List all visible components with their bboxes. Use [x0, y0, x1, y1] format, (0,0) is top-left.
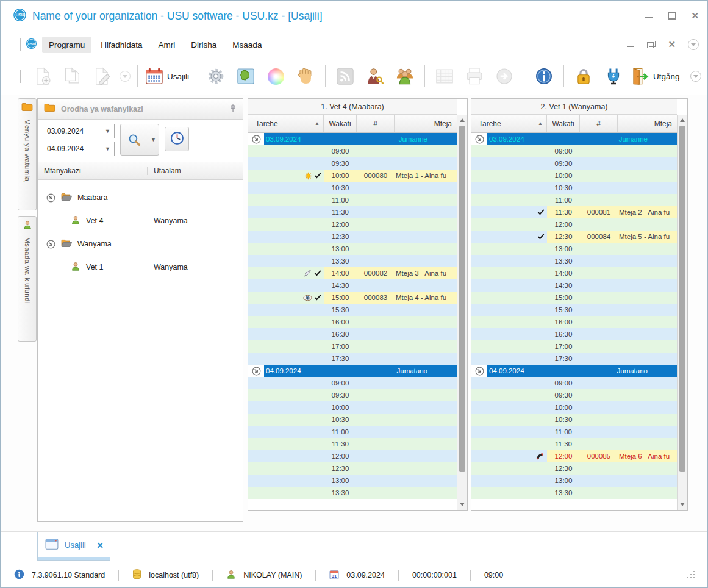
slot-row[interactable]: 09:30	[471, 389, 677, 401]
slot-row[interactable]: 09:30	[248, 389, 457, 401]
slot-row[interactable]: 10:00	[248, 401, 457, 414]
column-header-number[interactable]: #	[580, 115, 618, 132]
slot-row[interactable]: 13:30	[248, 487, 457, 499]
slot-row[interactable]: 15:00	[471, 292, 677, 304]
tree-member-row[interactable]: Vet 1Wanyama	[38, 256, 243, 279]
slot-row[interactable]: 11:30	[471, 438, 677, 450]
column-header-wakati[interactable]: Wakati	[547, 115, 580, 132]
scroll-down-icon[interactable]	[680, 503, 685, 506]
usajili-button[interactable]: Usajili	[145, 62, 189, 90]
feed-button[interactable]	[332, 62, 358, 90]
slot-row[interactable]: 13:30	[471, 255, 677, 267]
tab-close-icon[interactable]: ✕	[96, 540, 104, 550]
map-button[interactable]	[233, 62, 259, 90]
tree-member-row[interactable]: Vet 4Wanyama	[38, 209, 243, 232]
slot-row[interactable]: 12:00	[248, 218, 457, 231]
slot-row[interactable]: 17:30	[248, 353, 457, 365]
date-to-input[interactable]: 04.09.2024▼	[43, 142, 115, 156]
tree-group-row[interactable]: Wanyama	[38, 232, 243, 256]
slot-row[interactable]: 10:30	[248, 182, 457, 194]
slot-row[interactable]: 11:30	[248, 206, 457, 218]
expand-icon[interactable]	[475, 367, 484, 376]
slot-row[interactable]: 11:00	[471, 426, 677, 438]
column-header-number[interactable]: #	[357, 115, 395, 132]
slot-row[interactable]: 13:00	[248, 475, 457, 487]
resize-grip[interactable]	[687, 570, 695, 581]
date-row[interactable]: 04.09.2024Jumatano	[248, 365, 457, 377]
clock-button[interactable]	[165, 127, 189, 151]
slot-row[interactable]: 14:30	[471, 279, 677, 292]
slot-row[interactable]: 15:00000083Mteja 4 - Aina fu	[248, 292, 457, 304]
minimize-button[interactable]	[645, 12, 653, 20]
appointment[interactable]: 10:00000080Mteja 1 - Aina fu	[324, 170, 457, 182]
slot-row[interactable]: 10:00000080Mteja 1 - Aina fu	[248, 170, 457, 182]
menu-hifadhidata[interactable]: Hifadhidata	[94, 37, 149, 53]
slot-row[interactable]: 12:30000084Mteja 5 - Aina fu	[471, 231, 677, 243]
slot-row[interactable]: 10:30	[248, 414, 457, 426]
go-button[interactable]	[492, 62, 517, 90]
slot-row[interactable]: 10:00	[471, 170, 677, 182]
copy-record-button[interactable]	[60, 62, 85, 90]
expand-icon[interactable]	[252, 367, 261, 376]
column-header-wakati[interactable]: Wakati	[324, 115, 357, 132]
colors-button[interactable]	[263, 62, 288, 90]
slot-row[interactable]: 16:00	[248, 316, 457, 328]
slot-row[interactable]: 15:30	[248, 304, 457, 316]
slot-row[interactable]: 12:30	[248, 231, 457, 243]
maximize-button[interactable]	[668, 12, 676, 20]
date-row[interactable]: 04.09.2024Jumatano	[471, 365, 677, 377]
slot-row[interactable]: 13:00	[471, 243, 677, 255]
appointment[interactable]: 15:00000083Mteja 4 - Aina fu	[324, 292, 457, 304]
slot-row[interactable]: 09:00	[248, 377, 457, 389]
user-permissions-button[interactable]	[362, 62, 388, 90]
slot-row[interactable]: 12:00000085Mteja 6 - Aina fu	[471, 450, 677, 462]
scrollbar-thumb[interactable]	[679, 126, 685, 472]
scroll-up-icon[interactable]	[680, 118, 685, 122]
slot-row[interactable]: 13:00	[471, 475, 677, 487]
slot-row[interactable]: 17:00	[471, 340, 677, 353]
slot-row[interactable]: 11:00	[248, 426, 457, 438]
expand-icon[interactable]	[252, 135, 261, 144]
edit-record-button[interactable]	[90, 62, 115, 90]
child-close-button[interactable]: ✕	[668, 41, 676, 48]
slot-row[interactable]: 09:30	[248, 157, 457, 170]
table-view-button[interactable]	[432, 62, 457, 90]
hand-button[interactable]	[293, 62, 318, 90]
menu-programu[interactable]: Programu	[42, 37, 91, 53]
slot-row[interactable]: 12:30	[248, 462, 457, 475]
slot-row[interactable]: 11:30000081Mteja 2 - Aina fu	[471, 206, 677, 218]
slot-row[interactable]: 13:00	[248, 243, 457, 255]
settings-button[interactable]	[203, 62, 229, 90]
slot-row[interactable]: 11:30	[248, 438, 457, 450]
slot-row[interactable]: 17:30	[471, 353, 677, 365]
menu-overflow-icon[interactable]	[688, 39, 699, 50]
column-header-mfanyakazi[interactable]: Mfanyakazi	[38, 167, 148, 175]
scroll-down-icon[interactable]	[460, 503, 465, 506]
scrollbar[interactable]	[677, 115, 687, 510]
appointment[interactable]: 11:30000081Mteja 2 - Aina fu	[547, 206, 677, 218]
print-button[interactable]	[462, 62, 487, 90]
column-header-tarehe[interactable]: Tarehe▲	[471, 115, 547, 132]
slot-row[interactable]: 16:00	[471, 316, 677, 328]
menu-msaada[interactable]: Msaada	[226, 37, 268, 53]
child-minimize-button[interactable]	[626, 41, 635, 48]
tab-user-menu[interactable]: Menyu ya watumiaji	[18, 98, 37, 210]
slot-row[interactable]: 16:30	[471, 328, 677, 340]
column-header-tarehe[interactable]: Tarehe▲	[248, 115, 324, 132]
slot-row[interactable]: 14:00000082Mteja 3 - Aina fu	[248, 267, 457, 279]
exit-button[interactable]: Utgång	[631, 62, 680, 90]
tab-usajili-document[interactable]: Usajili ✕	[37, 532, 110, 561]
slot-row[interactable]: 14:30	[248, 279, 457, 292]
slot-row[interactable]: 11:00	[471, 194, 677, 206]
column-header-mteja[interactable]: Mteja	[395, 115, 457, 132]
child-restore-button[interactable]	[647, 41, 656, 48]
users-group-button[interactable]	[392, 62, 418, 90]
connection-button[interactable]	[601, 62, 626, 90]
tree-group-row[interactable]: Maabara	[38, 186, 243, 209]
close-button[interactable]: ✕	[691, 12, 699, 20]
slot-row[interactable]: 12:30	[471, 462, 677, 475]
toolbar-overflow-icon[interactable]	[690, 71, 701, 82]
appointment[interactable]: 12:30000084Mteja 5 - Aina fu	[547, 231, 677, 243]
toolbar-drag-handle[interactable]	[18, 70, 21, 83]
scrollbar-thumb[interactable]	[459, 126, 465, 472]
